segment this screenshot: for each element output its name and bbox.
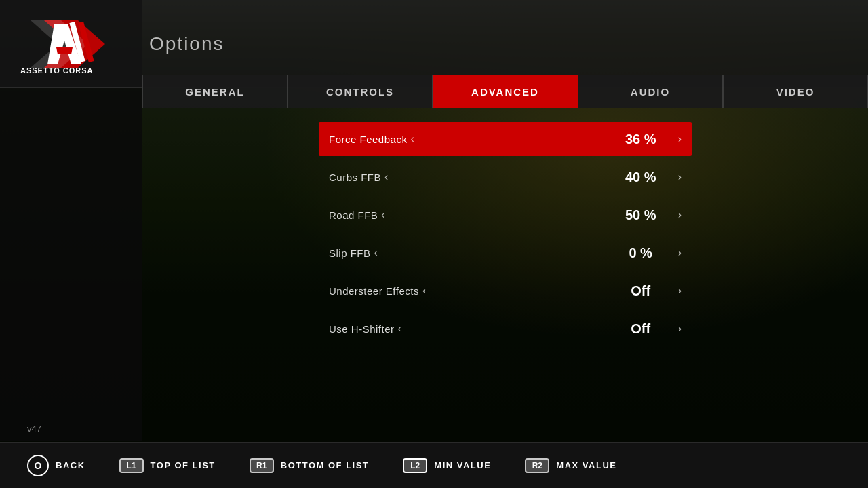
back-button[interactable]: O BACK <box>27 455 85 476</box>
tab-general[interactable]: GENERAL <box>142 75 288 108</box>
back-button-icon: O <box>27 455 49 476</box>
setting-row-road-ffb[interactable]: Road FFB ‹ 50 % › <box>319 198 692 232</box>
arrow-left-icon: ‹ <box>398 323 402 335</box>
r1-icon: R1 <box>250 458 274 473</box>
arrow-right-icon: › <box>678 323 682 335</box>
road-ffb-value-area: 50 % › <box>617 207 682 223</box>
max-value-label: MAX VALUE <box>556 460 616 470</box>
arrow-left-icon: ‹ <box>410 133 414 145</box>
curbs-ffb-value-area: 40 % › <box>617 169 682 185</box>
understeer-value: Off <box>617 283 665 299</box>
min-value-button[interactable]: L2 MIN VALUE <box>403 458 491 473</box>
l2-icon: L2 <box>403 458 427 473</box>
content-area: Force Feedback ‹ 36 % › Curbs FFB ‹ 40 %… <box>142 108 868 441</box>
h-shifter-value-area: Off › <box>617 321 682 337</box>
arrow-left-icon: ‹ <box>384 171 389 183</box>
svg-text:ASSETTO CORSA: ASSETTO CORSA <box>20 66 94 75</box>
slip-ffb-value: 0 % <box>617 245 665 261</box>
bottom-of-list-button[interactable]: R1 BOTTOM OF LIST <box>250 458 370 473</box>
tab-advanced[interactable]: ADVANCED <box>433 75 578 108</box>
understeer-value-area: Off › <box>617 283 682 299</box>
top-of-list-label: TOP OF LIST <box>151 460 216 470</box>
road-ffb-label: Road FFB ‹ <box>329 209 385 221</box>
max-value-button[interactable]: R2 MAX VALUE <box>525 458 616 473</box>
r2-icon: R2 <box>525 458 549 473</box>
slip-ffb-label: Slip FFB ‹ <box>329 247 378 259</box>
bottom-bar: O BACK L1 TOP OF LIST R1 BOTTOM OF LIST … <box>0 442 868 488</box>
tab-video[interactable]: VIDEO <box>723 75 868 108</box>
arrow-right-icon: › <box>678 247 682 259</box>
arrow-left-icon: ‹ <box>381 209 385 221</box>
top-of-list-button[interactable]: L1 TOP OF LIST <box>119 458 216 473</box>
min-value-label: MIN VALUE <box>434 460 491 470</box>
arrow-left-icon: ‹ <box>422 285 427 297</box>
header-title: Options <box>149 33 224 55</box>
logo-svg: ASSETTO CORSA <box>17 14 125 75</box>
logo-area: ASSETTO CORSA <box>0 0 142 87</box>
tab-audio[interactable]: AUDIO <box>578 75 723 108</box>
arrow-right-icon: › <box>678 171 682 183</box>
svg-marker-3 <box>56 47 73 54</box>
arrow-left-icon: ‹ <box>374 247 378 259</box>
setting-row-slip-ffb[interactable]: Slip FFB ‹ 0 % › <box>319 236 692 270</box>
understeer-label: Understeer Effects ‹ <box>329 285 427 297</box>
setting-row-force-feedback[interactable]: Force Feedback ‹ 36 % › <box>319 122 692 156</box>
setting-row-h-shifter[interactable]: Use H-Shifter ‹ Off › <box>319 312 692 346</box>
force-feedback-value-area: 36 % › <box>617 131 682 147</box>
settings-list: Force Feedback ‹ 36 % › Curbs FFB ‹ 40 %… <box>319 122 692 346</box>
h-shifter-label: Use H-Shifter ‹ <box>329 323 401 335</box>
road-ffb-value: 50 % <box>617 207 665 223</box>
bottom-of-list-label: BOTTOM OF LIST <box>281 460 370 470</box>
curbs-ffb-value: 40 % <box>617 169 665 185</box>
l1-icon: L1 <box>119 458 144 473</box>
h-shifter-value: Off <box>617 321 665 337</box>
slip-ffb-value-area: 0 % › <box>617 245 682 261</box>
version-label: v47 <box>27 424 41 434</box>
nav-tabs: GENERAL CONTROLS ADVANCED AUDIO VIDEO <box>142 75 868 108</box>
back-button-label: BACK <box>56 460 85 470</box>
tab-controls[interactable]: CONTROLS <box>288 75 433 108</box>
curbs-ffb-label: Curbs FFB ‹ <box>329 171 389 183</box>
arrow-right-icon: › <box>678 285 682 297</box>
setting-row-curbs-ffb[interactable]: Curbs FFB ‹ 40 % › <box>319 160 692 194</box>
arrow-right-icon: › <box>678 133 682 145</box>
arrow-right-icon: › <box>678 209 682 221</box>
force-feedback-label: Force Feedback ‹ <box>329 133 414 145</box>
setting-row-understeer[interactable]: Understeer Effects ‹ Off › <box>319 274 692 308</box>
force-feedback-value: 36 % <box>617 131 665 147</box>
